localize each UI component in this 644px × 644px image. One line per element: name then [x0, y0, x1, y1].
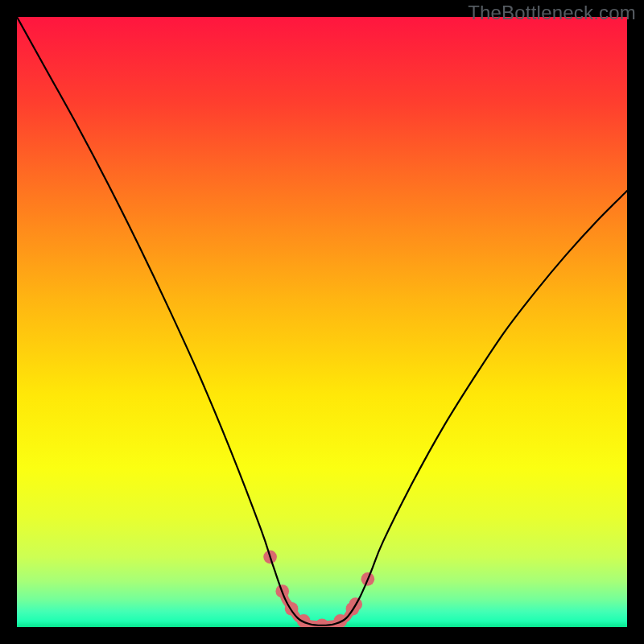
highlight-dot [297, 614, 311, 627]
gradient-background [17, 17, 627, 627]
chart-plot-area [17, 17, 627, 627]
chart-frame: TheBottleneck.com [0, 0, 644, 644]
watermark-text: TheBottleneck.com [468, 2, 636, 24]
chart-svg [17, 17, 627, 627]
highlight-dot [333, 614, 347, 627]
